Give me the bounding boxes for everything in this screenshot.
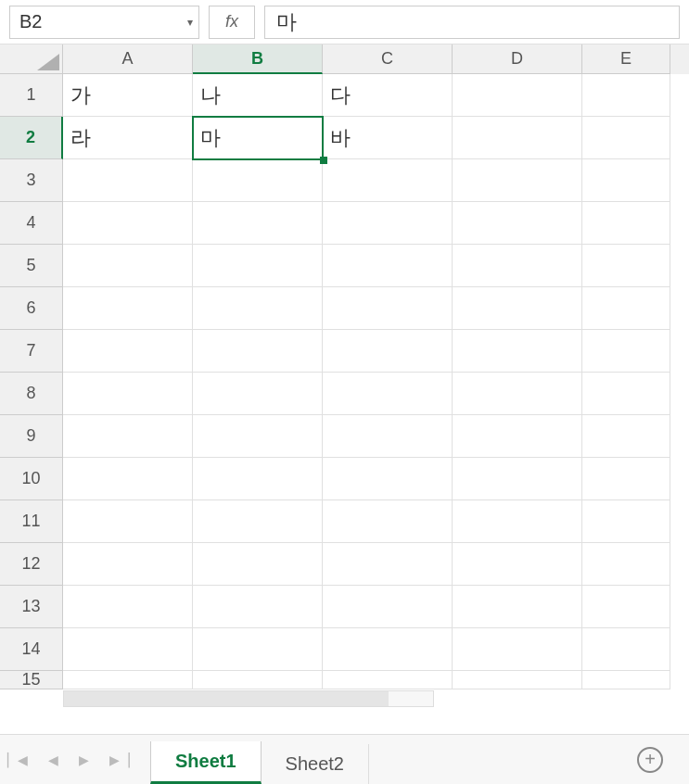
cell-E6[interactable] <box>582 287 670 330</box>
cell-B10[interactable] <box>193 458 323 500</box>
cell-B9[interactable] <box>193 415 323 458</box>
row-header-10[interactable]: 10 <box>0 458 63 500</box>
cell-A6[interactable] <box>63 287 193 330</box>
row-header-5[interactable]: 5 <box>0 245 63 287</box>
cell-E2[interactable] <box>582 117 670 159</box>
cell-C9[interactable] <box>323 415 453 458</box>
cell-B12[interactable] <box>193 543 323 586</box>
cell-B5[interactable] <box>193 245 323 287</box>
cell-A15[interactable] <box>63 671 193 689</box>
cell-D8[interactable] <box>453 373 582 415</box>
cell-A10[interactable] <box>63 458 193 500</box>
cell-A2[interactable]: 라 <box>63 117 193 159</box>
fx-button[interactable]: fx <box>209 6 255 39</box>
prev-sheet-icon[interactable]: ◀ <box>48 752 58 767</box>
cell-B15[interactable] <box>193 671 323 689</box>
cell-D13[interactable] <box>453 586 582 628</box>
cell-C8[interactable] <box>323 373 453 415</box>
cell-C10[interactable] <box>323 458 453 500</box>
cell-A13[interactable] <box>63 586 193 628</box>
cell-A1[interactable]: 가 <box>63 74 193 117</box>
cell-D15[interactable] <box>453 671 582 689</box>
cell-A14[interactable] <box>63 628 193 671</box>
row-header-11[interactable]: 11 <box>0 500 63 543</box>
cell-C15[interactable] <box>323 671 453 689</box>
col-header-E[interactable]: E <box>582 44 670 74</box>
formula-input[interactable]: 마 <box>264 6 680 39</box>
cell-C7[interactable] <box>323 330 453 373</box>
cell-E14[interactable] <box>582 628 670 671</box>
cell-C5[interactable] <box>323 245 453 287</box>
col-header-D[interactable]: D <box>453 44 582 74</box>
cell-A3[interactable] <box>63 159 193 202</box>
row-header-1[interactable]: 1 <box>0 74 63 117</box>
cell-C6[interactable] <box>323 287 453 330</box>
horizontal-scrollbar-thumb[interactable] <box>64 691 389 706</box>
cell-B11[interactable] <box>193 500 323 543</box>
add-sheet-button[interactable]: + <box>637 747 663 773</box>
cell-E1[interactable] <box>582 74 670 117</box>
cell-C3[interactable] <box>323 159 453 202</box>
col-header-C[interactable]: C <box>323 44 453 74</box>
cell-A11[interactable] <box>63 500 193 543</box>
cell-B6[interactable] <box>193 287 323 330</box>
cell-D6[interactable] <box>453 287 582 330</box>
first-sheet-icon[interactable]: ▏◀ <box>7 752 28 767</box>
select-all-corner[interactable] <box>0 44 63 74</box>
cell-B14[interactable] <box>193 628 323 671</box>
cell-B8[interactable] <box>193 373 323 415</box>
cell-C2[interactable]: 바 <box>323 117 453 159</box>
cell-D10[interactable] <box>453 458 582 500</box>
cell-E9[interactable] <box>582 415 670 458</box>
cell-D12[interactable] <box>453 543 582 586</box>
cell-A5[interactable] <box>63 245 193 287</box>
cell-A8[interactable] <box>63 373 193 415</box>
row-header-12[interactable]: 12 <box>0 543 63 586</box>
last-sheet-icon[interactable]: ▶▕ <box>109 752 130 767</box>
cell-B4[interactable] <box>193 202 323 245</box>
row-header-15[interactable]: 15 <box>0 671 63 689</box>
cell-E4[interactable] <box>582 202 670 245</box>
cell-A7[interactable] <box>63 330 193 373</box>
cell-D4[interactable] <box>453 202 582 245</box>
cell-E8[interactable] <box>582 373 670 415</box>
cell-D1[interactable] <box>453 74 582 117</box>
cell-A4[interactable] <box>63 202 193 245</box>
cell-C1[interactable]: 다 <box>323 74 453 117</box>
row-header-2[interactable]: 2 <box>0 117 63 159</box>
cell-C4[interactable] <box>323 202 453 245</box>
row-header-3[interactable]: 3 <box>0 159 63 202</box>
cell-E15[interactable] <box>582 671 670 689</box>
fill-handle[interactable] <box>320 157 327 164</box>
row-header-9[interactable]: 9 <box>0 415 63 458</box>
cell-E12[interactable] <box>582 543 670 586</box>
cell-E11[interactable] <box>582 500 670 543</box>
cell-B7[interactable] <box>193 330 323 373</box>
cell-D7[interactable] <box>453 330 582 373</box>
cell-D9[interactable] <box>453 415 582 458</box>
cell-B3[interactable] <box>193 159 323 202</box>
cell-E3[interactable] <box>582 159 670 202</box>
cell-D5[interactable] <box>453 245 582 287</box>
cell-E13[interactable] <box>582 586 670 628</box>
cell-D11[interactable] <box>453 500 582 543</box>
row-header-8[interactable]: 8 <box>0 373 63 415</box>
cell-E7[interactable] <box>582 330 670 373</box>
cell-B13[interactable] <box>193 586 323 628</box>
cell-C14[interactable] <box>323 628 453 671</box>
cell-D2[interactable] <box>453 117 582 159</box>
cell-B2[interactable]: 마 <box>193 117 323 159</box>
col-header-A[interactable]: A <box>63 44 193 74</box>
next-sheet-icon[interactable]: ▶ <box>79 752 89 767</box>
cell-C11[interactable] <box>323 500 453 543</box>
cell-A12[interactable] <box>63 543 193 586</box>
row-header-6[interactable]: 6 <box>0 287 63 330</box>
cell-B1[interactable]: 나 <box>193 74 323 117</box>
row-header-7[interactable]: 7 <box>0 330 63 373</box>
row-header-4[interactable]: 4 <box>0 202 63 245</box>
sheet-tab-2[interactable]: Sheet2 <box>262 744 369 784</box>
cell-D3[interactable] <box>453 159 582 202</box>
cell-A9[interactable] <box>63 415 193 458</box>
cell-D14[interactable] <box>453 628 582 671</box>
row-header-14[interactable]: 14 <box>0 628 63 671</box>
